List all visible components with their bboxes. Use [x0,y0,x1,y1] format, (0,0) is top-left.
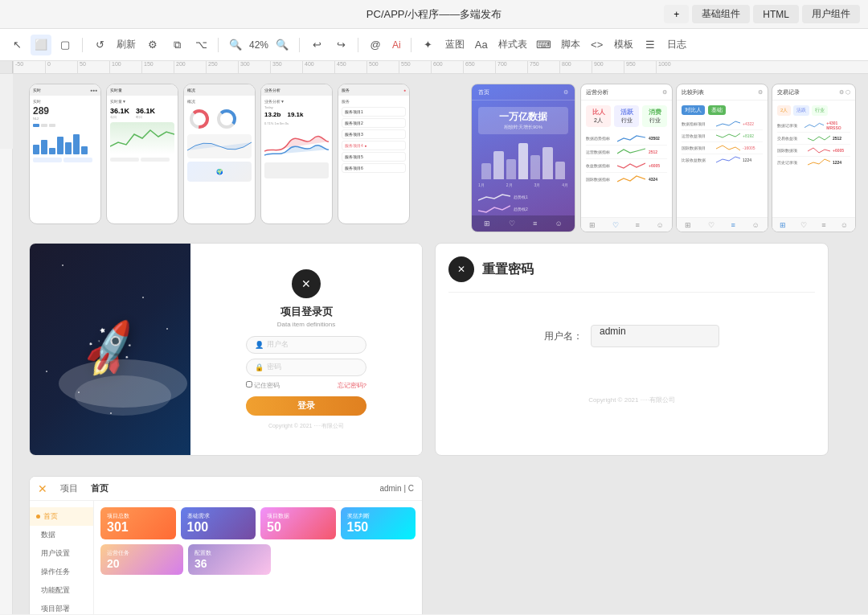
chart-transactions[interactable]: 交易记录 ⚙ ⬡ 2人 活跃 行业 数据记录项 +4301 MRSSO 交易收 [772,84,856,232]
ruler-tick: 300 [238,61,270,73]
ruler-tick: 250 [206,61,238,73]
zoom-in-icon[interactable]: 🔍 [272,35,293,55]
login-mockup[interactable]: 🚀 ✕ 项目登录页 Data item definitions 👤 用户名 🔒 … [29,243,423,456]
html-button[interactable]: HTML [753,5,799,23]
more-icon[interactable]: ⌥ [190,35,211,55]
ruler-tick: 800 [559,61,592,73]
sidebar-user-settings[interactable]: 用户设置 [30,544,93,563]
ruler-tick: 50 [77,61,109,73]
template-label[interactable]: 模板 [611,38,637,51]
blueprint-icon[interactable]: ✦ [418,35,439,55]
stat-label-6: 配置数 [194,549,264,557]
login-logo: ✕ [292,269,321,298]
mockup-header-1: 实时 ●●● [30,84,100,96]
sidebar-deploy[interactable]: 项目部署 [30,600,93,614]
stats-row-2: 运营任务 20 配置数 36 [100,544,416,575]
stat-card-reward[interactable]: 奖惩判断 150 [341,507,416,539]
add-button[interactable]: + [664,5,689,23]
stylesheet-label[interactable]: 样式表 [495,38,530,51]
redo-icon[interactable]: ↪ [330,35,351,55]
dashboard-main: 项目总数 301 基础需求 100 项目数据 50 奖惩判断 [94,501,422,614]
zoom-out-icon[interactable]: 🔍 [225,35,246,55]
log-label[interactable]: 日志 [664,38,690,51]
stat-card-config[interactable]: 配置数 36 [188,544,271,575]
cursor-icon[interactable]: ↖ [6,35,27,55]
ruler-tick: 600 [431,61,463,73]
stat-label-3: 项目数据 [267,512,330,520]
reset-form: 用户名： admin [448,325,815,347]
mockup-service[interactable]: 服务 ● 服务 服务项目1 服务项目2 服务项目3 服务项目4 ● 服务项目5 … [338,84,410,224]
mockup-header-4: 业务分析 [261,84,332,96]
dashboard-logo: ✕ [38,482,47,495]
settings-icon[interactable]: ⚙ [142,35,163,55]
ruler-tick: 950 [624,61,656,73]
mockup-overview[interactable]: 概况 概况 [183,84,256,224]
reset-password-mockup[interactable]: ✕ 重置密码 用户名： admin Copyright © 2021 ·····… [435,243,829,456]
ruler-tick: 150 [141,61,174,73]
frame-icon[interactable]: ▢ [55,35,76,55]
style-icon[interactable]: Aa [471,35,492,55]
ruler-tick: 900 [592,61,624,73]
user-components-button[interactable]: 用户组件 [802,5,860,23]
mockup-volume[interactable]: 实时量 实时量▼ 36.1K 今日 36.1K 昨日 [106,84,178,224]
ruler-tick: 400 [302,61,334,73]
sidebar-data[interactable]: 数据 [30,526,93,544]
ai-label[interactable]: Ai [389,39,404,51]
mockup-body-5: 服务 服务项目1 服务项目2 服务项目3 服务项目4 ● 服务项目5 服务项目6 [338,96,409,223]
stat-label-4: 奖惩判断 [347,512,410,520]
mockup-body-4: 业务分析▼ Today 13.2b 19.1k 0.71% 1m 0m 0s [261,96,332,223]
dashboard-header: ✕ 项目 首页 admin | C [30,477,422,501]
refresh-label[interactable]: 刷新 [113,38,139,51]
sidebar-tasks[interactable]: 操作任务 [30,563,93,581]
remember-checkbox[interactable]: 记住密码 [246,381,280,390]
login-button[interactable]: 登录 [246,396,366,416]
stat-card-data[interactable]: 项目数据 50 [260,507,336,539]
log-icon[interactable]: ☰ [640,35,661,55]
script-label[interactable]: 脚本 [558,38,583,51]
refresh-icon[interactable]: ↺ [89,35,110,55]
stat-card-basic[interactable]: 基础需求 100 [181,507,256,539]
sidebar-config[interactable]: 功能配置 [30,581,93,600]
mockup-realtime[interactable]: 实时 ●●● 实时 289 NL2 [29,84,101,224]
forgot-password-link[interactable]: 忘记密码? [338,381,366,390]
chart-operations[interactable]: 运营分析 ⚙ 比人 2人 活跃 行业 消费 行业 [580,84,673,232]
select-icon[interactable]: ⬜ [31,35,51,55]
title-bar-actions: + 基础组件 HTML 用户组件 [664,5,860,23]
mockup-business[interactable]: 业务分析 业务分析▼ Today 13.2b 19.1k [260,84,333,224]
dash-user-info: admin | C [379,484,414,493]
reset-username-input[interactable]: admin [591,325,719,347]
dash-project-label: 项目 [60,482,78,494]
placeholder-space [276,544,416,575]
basic-components-button[interactable]: 基础组件 [692,5,750,23]
stat-card-ops[interactable]: 运营任务 20 [100,544,183,575]
separator-1 [82,38,83,52]
login-footer: Copyright © 2021 ·····有限公司 [268,422,344,430]
script-icon[interactable]: ⌨ [534,35,555,55]
dash-home-label[interactable]: 首页 [91,482,108,494]
sidebar-home[interactable]: 首页 [30,507,93,526]
username-input[interactable]: 👤 用户名 [246,336,366,354]
stat-value-6: 36 [194,557,264,570]
sidebar-dot [36,515,40,519]
separator-3 [299,38,300,52]
chart-comparison[interactable]: 比较列表 ⚙ 对比人 基础 数据指标项目 +4322 运营收益项目 [676,84,768,232]
ai-icon[interactable]: @ [365,35,386,55]
ruler-vertical: 50 100 150 200 250 300 350 400 450 500 [0,149,13,614]
dashboard-mockup[interactable]: ✕ 项目 首页 admin | C 首页 数据 用户设置 [29,476,423,614]
template-icon[interactable]: <> [587,35,608,55]
password-input[interactable]: 🔒 密码 [246,359,366,376]
stat-card-projects[interactable]: 项目总数 301 [100,507,176,539]
undo-icon[interactable]: ↩ [306,35,327,55]
login-left-panel: 🚀 [30,244,190,455]
chart-home[interactable]: 首页 ⚙ 一万亿数据 相较昨天增长90% [471,84,575,232]
dashboard-sidebar: 首页 数据 用户设置 操作任务 功能配置 项目部署 [30,501,94,614]
mockup-header-5: 服务 ● [338,84,409,96]
stat-label-2: 基础需求 [187,512,250,520]
copy-icon[interactable]: ⧉ [166,35,187,55]
ruler-tick: 450 [334,61,366,73]
window-title: PC/APP/小程序——多端发布 [366,7,502,22]
mockup-body-3: 概况 [184,96,255,223]
login-options-row: 记住密码 忘记密码? [246,381,366,390]
separator-4 [358,38,358,52]
blueprint-label[interactable]: 蓝图 [442,38,468,51]
